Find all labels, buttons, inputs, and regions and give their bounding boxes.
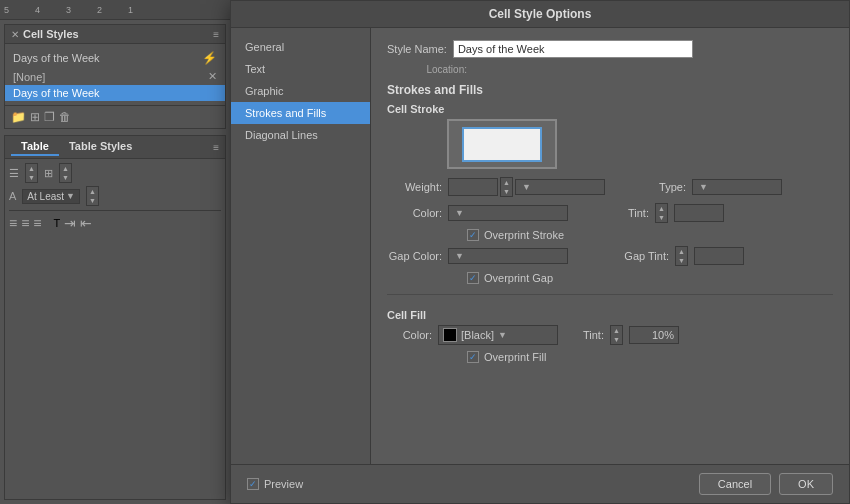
color-select[interactable]: ▼ xyxy=(448,205,568,221)
overprint-gap-checkbox[interactable] xyxy=(467,272,479,284)
weight-unit-arrow: ▼ xyxy=(522,182,531,192)
rows-icon: ☰ xyxy=(9,167,19,180)
nav-graphic[interactable]: Graphic xyxy=(231,80,370,102)
dialog: Cell Style Options General Text Graphic … xyxy=(230,0,850,504)
lightning-icon: ⚡ xyxy=(202,51,217,65)
divider xyxy=(9,210,221,211)
weight-input[interactable] xyxy=(448,178,498,196)
align-center-icon[interactable]: ≡ xyxy=(21,215,29,231)
style-name-row: Style Name: xyxy=(387,40,833,58)
at-least-select[interactable]: At Least ▼ xyxy=(22,189,80,204)
clear-icon[interactable]: ✕ xyxy=(208,70,217,83)
weight-group: ▲ ▼ ▼ xyxy=(448,177,605,197)
tab-row: Table Table Styles xyxy=(11,138,142,156)
size-down-btn[interactable]: ▼ xyxy=(87,196,98,205)
overprint-stroke-row: Overprint Stroke xyxy=(467,229,833,241)
type-select[interactable]: ▼ xyxy=(692,179,782,195)
fill-color-value: [Black] xyxy=(461,329,494,341)
outdent-icon[interactable]: ⇤ xyxy=(80,215,92,231)
close-icon[interactable]: ✕ xyxy=(11,29,19,40)
fill-tint-down-btn[interactable]: ▼ xyxy=(611,335,622,344)
dialog-content: General Text Graphic Strokes and Fills D… xyxy=(231,28,849,464)
overprint-fill-checkbox[interactable] xyxy=(467,351,479,363)
ruler-mark: 3 xyxy=(66,5,73,15)
location-row: Location: xyxy=(387,64,833,75)
preview-row: Preview xyxy=(247,478,303,490)
rows-stepper[interactable]: ▲ ▼ xyxy=(25,163,38,183)
ok-button[interactable]: OK xyxy=(779,473,833,495)
nav-text[interactable]: Text xyxy=(231,58,370,80)
preview-checkbox[interactable] xyxy=(247,478,259,490)
cols-stepper[interactable]: ▲ ▼ xyxy=(59,163,72,183)
gap-color-tint-row: Gap Color: ▼ Gap Tint: ▲ ▼ xyxy=(387,246,833,266)
folder-icon[interactable]: 📁 xyxy=(11,110,26,124)
panel-header-left: ✕ Cell Styles xyxy=(11,28,79,40)
cell-styles-panel-header: ✕ Cell Styles ≡ xyxy=(5,25,225,44)
align-right-icon[interactable]: ≡ xyxy=(33,215,41,231)
cell-styles-panel-body: Days of the Week ⚡ [None] ✕ Days of the … xyxy=(5,44,225,105)
cell-styles-panel-title: Cell Styles xyxy=(23,28,79,40)
days-of-week-label: Days of the Week xyxy=(13,52,100,64)
nav-general[interactable]: General xyxy=(231,36,370,58)
new-style-icon[interactable]: ⊞ xyxy=(30,110,40,124)
overprint-stroke-label: Overprint Stroke xyxy=(484,229,564,241)
cols-icon: ⊞ xyxy=(44,167,53,180)
align-left-icon[interactable]: ≡ xyxy=(9,215,17,231)
dialog-main: Style Name: Location: Strokes and Fills … xyxy=(371,28,849,464)
color-arrow: ▼ xyxy=(455,208,464,218)
cell-styles-panel-footer: 📁 ⊞ ❐ 🗑 xyxy=(5,105,225,128)
tab-table-styles[interactable]: Table Styles xyxy=(59,138,142,156)
preview-label: Preview xyxy=(264,478,303,490)
tint-input[interactable] xyxy=(674,204,724,222)
type-arrow: ▼ xyxy=(699,182,708,192)
overprint-gap-row: Overprint Gap xyxy=(467,272,833,284)
tint-down-btn[interactable]: ▼ xyxy=(656,213,667,222)
table-panel: Table Table Styles ≡ ☰ ▲ ▼ ⊞ ▲ ▼ A xyxy=(4,135,226,500)
cancel-button[interactable]: Cancel xyxy=(699,473,771,495)
gap-tint-input[interactable] xyxy=(694,247,744,265)
duplicate-icon[interactable]: ❐ xyxy=(44,110,55,124)
ruler-mark: 1 xyxy=(128,5,135,15)
fill-tint-stepper[interactable]: ▲ ▼ xyxy=(610,325,623,345)
panel-menu-icon[interactable]: ≡ xyxy=(213,29,219,40)
gap-tint-down-btn[interactable]: ▼ xyxy=(676,256,687,265)
size-stepper[interactable]: ▲ ▼ xyxy=(86,186,99,206)
nav-strokes-and-fills[interactable]: Strokes and Fills xyxy=(231,102,370,124)
gap-tint-stepper[interactable]: ▲ ▼ xyxy=(675,246,688,266)
table-panel-menu-icon[interactable]: ≡ xyxy=(213,142,219,153)
weight-down-btn[interactable]: ▼ xyxy=(501,187,512,196)
cell-fill-section: Cell Fill Color: [Black] ▼ Tint: ▲ ▼ xyxy=(387,294,833,363)
strokes-and-fills-title: Strokes and Fills xyxy=(387,83,833,97)
gap-tint-label: Gap Tint: xyxy=(614,250,669,262)
fill-tint-up-btn[interactable]: ▲ xyxy=(611,326,622,335)
size-up-btn[interactable]: ▲ xyxy=(87,187,98,196)
gap-tint-up-btn[interactable]: ▲ xyxy=(676,247,687,256)
fill-color-select[interactable]: [Black] ▼ xyxy=(438,325,558,345)
gap-color-select[interactable]: ▼ xyxy=(448,248,568,264)
tab-table[interactable]: Table xyxy=(11,138,59,156)
style-none-row[interactable]: [None] ✕ xyxy=(5,68,225,85)
style-name-input[interactable] xyxy=(453,40,693,58)
location-label: Location: xyxy=(387,64,467,75)
indent-icon[interactable]: ⇥ xyxy=(64,215,76,231)
fill-tint-label: Tint: xyxy=(574,329,604,341)
style-selected-row[interactable]: Days of the Week xyxy=(5,85,225,101)
cell-stroke-title: Cell Stroke xyxy=(387,103,833,115)
tint-stepper[interactable]: ▲ ▼ xyxy=(655,203,668,223)
cols-up-btn[interactable]: ▲ xyxy=(60,164,71,173)
overprint-stroke-checkbox[interactable] xyxy=(467,229,479,241)
fill-tint-input[interactable] xyxy=(629,326,679,344)
weight-stepper[interactable]: ▲ ▼ xyxy=(500,177,513,197)
delete-icon[interactable]: 🗑 xyxy=(59,110,71,124)
cols-down-btn[interactable]: ▼ xyxy=(60,173,71,182)
dialog-sidebar: General Text Graphic Strokes and Fills D… xyxy=(231,28,371,464)
weight-unit-select[interactable]: ▼ xyxy=(515,179,605,195)
overprint-gap-label: Overprint Gap xyxy=(484,272,553,284)
tint-up-btn[interactable]: ▲ xyxy=(656,204,667,213)
nav-diagonal-lines[interactable]: Diagonal Lines xyxy=(231,124,370,146)
weight-up-btn[interactable]: ▲ xyxy=(501,178,512,187)
tint-label: Tint: xyxy=(614,207,649,219)
gap-color-arrow: ▼ xyxy=(455,251,464,261)
rows-down-btn[interactable]: ▼ xyxy=(26,173,37,182)
rows-up-btn[interactable]: ▲ xyxy=(26,164,37,173)
